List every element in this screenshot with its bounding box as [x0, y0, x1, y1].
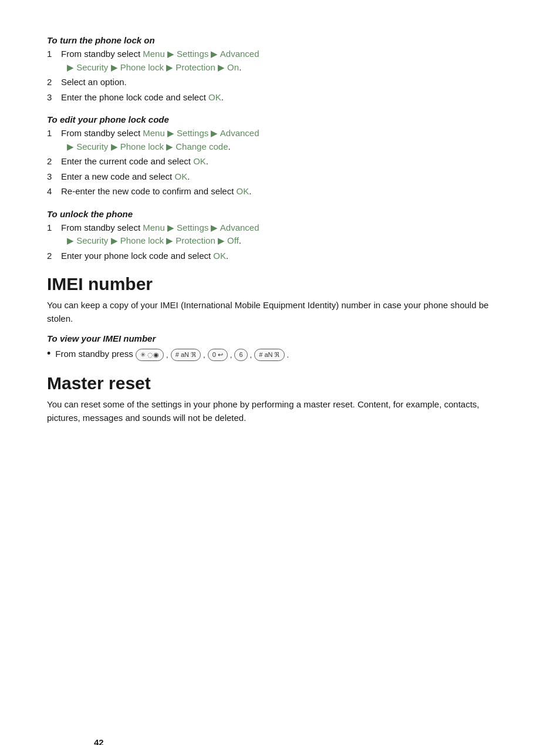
- master-reset-body: You can reset some of the settings in yo…: [47, 398, 513, 424]
- bullet-dot: •: [47, 346, 50, 362]
- ok-label: OK: [193, 156, 206, 166]
- page-footer: 42 This is the Internet version of the U…: [94, 737, 466, 745]
- step-1-unlock: 1 From standby select Menu ▶ Settings ▶ …: [47, 221, 513, 248]
- steps-unlock-phone: 1 From standby select Menu ▶ Settings ▶ …: [47, 221, 513, 263]
- menu-path-cont: ▶ Security ▶ Phone lock ▶ Protection ▶ O…: [67, 62, 239, 72]
- ok-label: OK: [208, 92, 221, 102]
- step-1-turn-lock-on: 1 From standby select Menu ▶ Settings ▶ …: [47, 48, 513, 74]
- menu-path: Menu ▶ Settings ▶ Advanced: [143, 223, 259, 232]
- page-wrapper: To turn the phone lock on 1 From standby…: [47, 35, 513, 745]
- imei-heading: IMEI number: [47, 274, 513, 294]
- imei-bullet-section: • From standby press ✳ ◌◉, # aN ℜ, 0 ↩, …: [47, 346, 513, 362]
- section-imei: IMEI number You can keep a copy of your …: [47, 274, 513, 362]
- steps-edit-lock-code: 1 From standby select Menu ▶ Settings ▶ …: [47, 127, 513, 198]
- key-star: ✳ ◌◉: [136, 349, 164, 361]
- section-master-reset: Master reset You can reset some of the s…: [47, 373, 513, 424]
- step-2-turn-lock-on: 2 Select an option.: [47, 76, 513, 89]
- keypad-sequence: ✳ ◌◉, # aN ℜ, 0 ↩, 6, # aN ℜ.: [136, 349, 289, 361]
- master-reset-heading: Master reset: [47, 373, 513, 393]
- step-num: 2: [47, 155, 52, 168]
- step-continuation: ▶ Security ▶ Phone lock ▶ Change code.: [61, 140, 513, 154]
- section-unlock-phone: To unlock the phone 1 From standby selec…: [47, 209, 513, 263]
- step-num: 1: [47, 48, 52, 61]
- step-2-edit-lock: 2 Enter the current code and select OK.: [47, 155, 513, 168]
- section-title-edit-lock-code: To edit your phone lock code: [47, 114, 513, 124]
- section-title-unlock-phone: To unlock the phone: [47, 209, 513, 219]
- step-3-edit-lock: 3 Enter a new code and select OK.: [47, 170, 513, 184]
- section-title-turn-lock-on: To turn the phone lock on: [47, 35, 513, 45]
- step-num: 1: [47, 127, 52, 140]
- step-1-edit-lock: 1 From standby select Menu ▶ Settings ▶ …: [47, 127, 513, 153]
- step-3-turn-lock-on: 3 Enter the phone lock code and select O…: [47, 91, 513, 104]
- step-num: 2: [47, 250, 52, 263]
- step-num: 1: [47, 221, 52, 235]
- step-2-unlock: 2 Enter your phone lock code and select …: [47, 250, 513, 263]
- menu-path-cont: ▶ Security ▶ Phone lock ▶ Protection ▶ O…: [67, 235, 239, 245]
- key-zero: 0 ↩: [208, 349, 228, 361]
- ok-label: OK: [174, 171, 187, 181]
- menu-path: Menu ▶ Settings ▶ Advanced: [143, 49, 259, 59]
- step-num: 4: [47, 185, 52, 198]
- key-hash1: # aN ℜ: [171, 349, 201, 361]
- step-num: 3: [47, 170, 52, 184]
- step-num: 3: [47, 91, 52, 104]
- step-num: 2: [47, 76, 52, 89]
- key-six: 6: [234, 349, 247, 361]
- key-hash2: # aN ℜ: [254, 349, 284, 361]
- menu-path: Menu ▶ Settings ▶ Advanced: [143, 128, 259, 138]
- section-turn-lock-on: To turn the phone lock on 1 From standby…: [47, 35, 513, 104]
- ok-label: OK: [237, 186, 249, 196]
- step-continuation: ▶ Security ▶ Phone lock ▶ Protection ▶ O…: [61, 61, 513, 75]
- step-continuation: ▶ Security ▶ Phone lock ▶ Protection ▶ O…: [61, 234, 513, 248]
- page-number: 42: [94, 737, 466, 745]
- imei-body: You can keep a copy of your IMEI (Intern…: [47, 299, 513, 325]
- step-4-edit-lock: 4 Re-enter the new code to confirm and s…: [47, 185, 513, 198]
- menu-path-cont: ▶ Security ▶ Phone lock ▶ Change code: [67, 141, 228, 151]
- imei-subsection-title: To view your IMEI number: [47, 333, 513, 343]
- steps-turn-lock-on: 1 From standby select Menu ▶ Settings ▶ …: [47, 48, 513, 104]
- ok-label: OK: [213, 251, 226, 261]
- section-edit-lock-code: To edit your phone lock code 1 From stan…: [47, 114, 513, 198]
- imei-instruction: From standby press ✳ ◌◉, # aN ℜ, 0 ↩, 6,…: [55, 348, 289, 361]
- imei-bullet-item: • From standby press ✳ ◌◉, # aN ℜ, 0 ↩, …: [47, 346, 513, 362]
